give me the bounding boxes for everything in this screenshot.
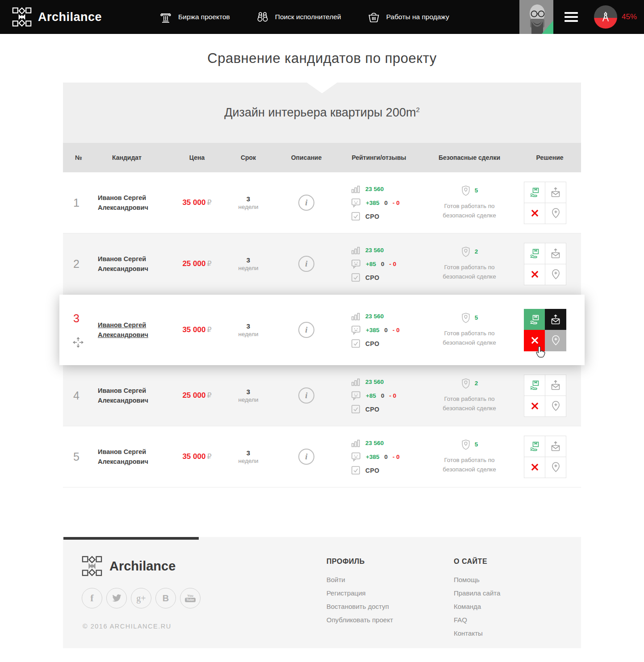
table-body: 1 Иванов Сергей Александрович 35 000₽ 3 … (63, 172, 581, 487)
send-message-button[interactable] (545, 243, 566, 264)
user-avatar[interactable] (519, 0, 553, 34)
column-header-term: Срок (222, 154, 275, 161)
footer-link[interactable]: Контакты (454, 629, 500, 637)
footer-link[interactable]: Опубликовать проект (326, 616, 393, 624)
candidate-name[interactable]: Иванов Сергей Александрович (94, 447, 172, 467)
brand-name: Archilance (38, 10, 102, 24)
footer-link[interactable]: FAQ (454, 616, 500, 624)
footer-link[interactable]: Регистрация (326, 589, 393, 597)
google-plus-icon[interactable]: g+ (131, 588, 151, 608)
safe-deals-count: 2 (475, 248, 478, 255)
info-icon[interactable]: i (298, 387, 314, 404)
info-icon[interactable]: i (298, 256, 314, 272)
send-message-button[interactable] (545, 309, 566, 330)
views-count: 23 560 (365, 186, 384, 192)
description-cell: i (275, 387, 338, 404)
reviews-bubble-icon (351, 259, 361, 269)
term-cell: 3 недели (222, 322, 275, 337)
footer-about-column: О САЙТЕ ПомощьПравила сайтаКомандаFAQКон… (454, 558, 500, 643)
decision-buttons (524, 243, 567, 285)
drag-handle-icon[interactable] (72, 337, 94, 348)
offer-deal-button[interactable] (524, 182, 545, 203)
column-header-price: Цена (172, 154, 222, 161)
nav-item-projects-exchange[interactable]: Биржа проектов (159, 10, 230, 24)
info-icon[interactable]: i (298, 195, 314, 211)
nav-item-find-contractors[interactable]: Поиск исполнителей (256, 10, 341, 24)
nav-label: Биржа проектов (178, 13, 230, 21)
candidate-name[interactable]: Иванов Сергей Александрович (94, 254, 172, 274)
decision-buttons (524, 309, 567, 351)
offer-deal-button[interactable] (524, 375, 545, 396)
page-title: Сравнение кандидатов по проекту (207, 50, 436, 67)
top-navigation-bar: Archilance Биржа проектов Поиск испо (0, 0, 644, 34)
reviews-line: +385 0 - 0 (351, 452, 420, 462)
brand-logo[interactable]: Archilance (12, 7, 102, 27)
shield-icon (461, 439, 471, 450)
menu-button[interactable] (565, 10, 578, 24)
add-location-button[interactable] (545, 264, 566, 285)
info-icon[interactable]: i (298, 449, 314, 465)
price-value: 35 000 (182, 198, 205, 207)
send-message-button[interactable] (545, 182, 566, 203)
checkbox-icon (351, 339, 360, 348)
checkbox-icon (351, 273, 360, 282)
stats-bars-icon (351, 377, 360, 387)
column-header-decision: Решение (519, 154, 581, 161)
price-value: 25 000 (182, 391, 205, 400)
price-value: 25 000 (182, 259, 205, 268)
add-location-button[interactable] (545, 330, 566, 351)
reject-button[interactable] (524, 264, 545, 285)
add-location-button[interactable] (545, 396, 566, 417)
send-message-button[interactable] (545, 436, 566, 457)
footer-link[interactable]: Правила сайта (454, 589, 500, 597)
safe-deals-count: 5 (475, 187, 478, 194)
offer-deal-button[interactable] (524, 243, 545, 264)
profile-progress[interactable]: 45% (594, 5, 637, 29)
footer-link[interactable]: Команда (454, 603, 500, 610)
rating-positive: +85 (366, 392, 376, 399)
reject-button[interactable] (524, 203, 545, 224)
project-band: Дизайн интерьера квартиры 200m2 (63, 83, 581, 143)
shield-icon (461, 246, 471, 257)
safe-deals-count: 5 (475, 441, 478, 448)
price-cell: 35 000₽ (172, 325, 222, 334)
reviews-line: +385 0 - 0 (351, 325, 420, 335)
send-message-button[interactable] (545, 375, 566, 396)
views-line: 23 560 (351, 438, 420, 448)
vk-icon[interactable]: B (155, 588, 176, 608)
info-icon[interactable]: i (298, 322, 314, 338)
footer-profile-links: ВойтиРегистрацияВостановить доступОпубли… (326, 576, 393, 624)
offer-deal-button[interactable] (524, 436, 545, 457)
rating-neutral: 0 (384, 327, 388, 333)
facebook-icon[interactable]: f (82, 588, 102, 608)
title-section: Сравнение кандидатов по проекту (63, 34, 581, 83)
price-cell: 35 000₽ (172, 198, 222, 207)
nav-item-works-for-sale[interactable]: Работы на продажу (367, 10, 449, 24)
reject-button[interactable] (524, 457, 545, 478)
reviews-bubble-icon (351, 325, 361, 335)
youtube-icon[interactable]: You Tube (180, 588, 201, 608)
candidate-name[interactable]: Иванов Сергей Александрович (94, 386, 172, 406)
candidate-name[interactable]: Иванов Сергей Александрович (94, 320, 172, 340)
candidate-name[interactable]: Иванов Сергей Александрович (94, 193, 172, 213)
footer-brand-name: Archilance (109, 559, 176, 574)
reject-button[interactable] (524, 330, 545, 351)
safe-deals-text: Готов работать по безопасной сделке (431, 263, 507, 282)
footer: Archilance f g+ B You Tube © 2016 ARCHIL… (63, 537, 581, 648)
footer-brand[interactable]: Archilance (82, 556, 176, 576)
main-nav: Биржа проектов Поиск исполнителей Рабо (159, 10, 449, 24)
reject-button[interactable] (524, 396, 545, 417)
footer-link[interactable]: Помощь (454, 576, 500, 583)
stats-bars-icon (351, 438, 360, 448)
twitter-icon[interactable] (106, 588, 127, 608)
footer-link[interactable]: Востановить доступ (326, 603, 393, 610)
description-cell: i (275, 195, 338, 211)
add-location-button[interactable] (545, 457, 566, 478)
row-number: 2 (73, 258, 94, 271)
footer-link[interactable]: Войти (326, 576, 393, 583)
add-location-button[interactable] (545, 203, 566, 224)
views-line: 23 560 (351, 377, 420, 387)
offer-deal-button[interactable] (524, 309, 545, 330)
archilance-footer-logo-icon (82, 556, 102, 576)
column-icon (159, 10, 172, 24)
